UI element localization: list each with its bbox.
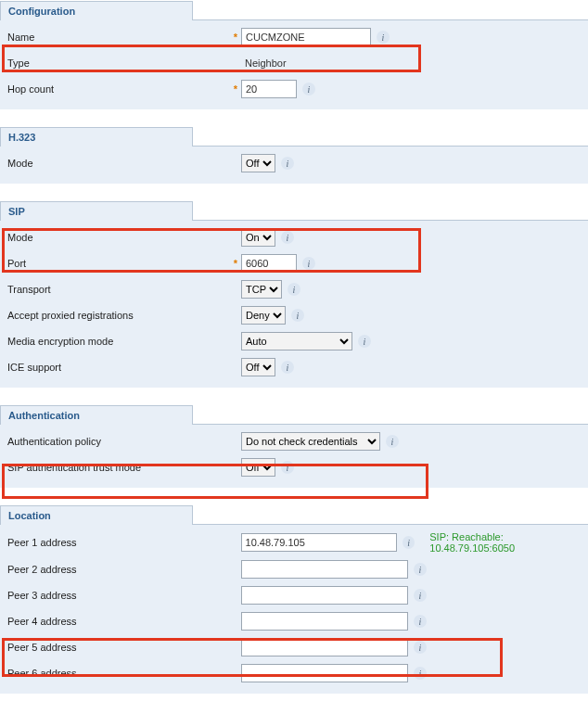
info-icon[interactable]: i bbox=[414, 563, 427, 576]
ice-support-select[interactable]: Off bbox=[241, 358, 275, 376]
section-title-location: Location bbox=[0, 505, 193, 525]
required-marker: * bbox=[230, 258, 237, 269]
media-encryption-select[interactable]: Auto bbox=[241, 332, 352, 350]
hop-count-input[interactable] bbox=[241, 80, 297, 98]
peer1-input[interactable] bbox=[241, 533, 398, 552]
info-icon[interactable]: i bbox=[291, 309, 304, 322]
section-title-h323: H.323 bbox=[0, 127, 193, 147]
peer4-input[interactable] bbox=[241, 612, 408, 631]
info-icon[interactable]: i bbox=[386, 435, 399, 448]
label-sip-transport: Transport bbox=[7, 284, 230, 295]
peer1-status: SIP: Reachable: 10.48.79.105:6050 bbox=[429, 531, 581, 554]
label-peer1: Peer 1 address bbox=[7, 537, 230, 548]
info-icon[interactable]: i bbox=[288, 283, 300, 296]
label-hop-count: Hop count bbox=[7, 83, 230, 95]
label-peer6: Peer 6 address bbox=[7, 668, 230, 679]
info-icon[interactable]: i bbox=[377, 31, 390, 44]
name-input[interactable] bbox=[241, 28, 371, 46]
sip-mode-select[interactable]: On bbox=[241, 228, 275, 247]
section-location: Location Peer 1 address i SIP: Reachable… bbox=[0, 504, 588, 694]
label-name: Name bbox=[7, 32, 230, 43]
info-icon[interactable]: i bbox=[414, 589, 427, 602]
label-auth-trust: SIP authentication trust mode bbox=[7, 462, 230, 473]
peer6-input[interactable] bbox=[241, 664, 408, 682]
accept-proxied-select[interactable]: Deny bbox=[241, 306, 286, 325]
peer3-input[interactable] bbox=[241, 586, 408, 605]
h323-mode-select[interactable]: Off bbox=[241, 154, 275, 172]
info-icon[interactable]: i bbox=[281, 361, 294, 374]
label-accept-proxied: Accept proxied registrations bbox=[7, 310, 230, 321]
section-configuration: Configuration Name * i Type Neighbor Hop… bbox=[0, 0, 588, 109]
label-peer2: Peer 2 address bbox=[7, 564, 230, 575]
label-sip-mode: Mode bbox=[7, 232, 230, 243]
label-ice-support: ICE support bbox=[7, 362, 230, 373]
label-peer4: Peer 4 address bbox=[7, 616, 230, 627]
info-icon[interactable]: i bbox=[358, 335, 371, 348]
section-sip: SIP Mode On i Port * i Transport bbox=[0, 200, 588, 388]
section-authentication: Authentication Authentication policy Do … bbox=[0, 404, 588, 488]
section-h323: H.323 Mode Off i bbox=[0, 126, 588, 184]
label-auth-policy: Authentication policy bbox=[7, 436, 230, 447]
label-peer5: Peer 5 address bbox=[7, 642, 230, 653]
info-icon[interactable]: i bbox=[281, 231, 294, 244]
label-sip-port: Port bbox=[7, 258, 230, 269]
label-type: Type bbox=[7, 57, 230, 69]
section-title-sip: SIP bbox=[0, 201, 193, 221]
required-marker: * bbox=[230, 83, 237, 95]
label-peer3: Peer 3 address bbox=[7, 590, 230, 601]
sip-port-input[interactable] bbox=[241, 254, 297, 273]
section-title-authentication: Authentication bbox=[0, 405, 193, 425]
auth-trust-select[interactable]: Off bbox=[241, 458, 275, 477]
peer2-input[interactable] bbox=[241, 560, 408, 579]
info-icon[interactable]: i bbox=[403, 536, 415, 549]
peer5-input[interactable] bbox=[241, 638, 408, 656]
info-icon[interactable]: i bbox=[414, 667, 427, 680]
label-h323-mode: Mode bbox=[7, 158, 230, 169]
required-marker: * bbox=[230, 32, 237, 43]
auth-policy-select[interactable]: Do not check credentials bbox=[241, 432, 380, 451]
info-icon[interactable]: i bbox=[281, 461, 294, 474]
info-icon[interactable]: i bbox=[414, 615, 427, 628]
info-icon[interactable]: i bbox=[302, 257, 315, 270]
info-icon[interactable]: i bbox=[414, 641, 427, 654]
info-icon[interactable]: i bbox=[302, 83, 315, 96]
type-value: Neighbor bbox=[241, 57, 287, 69]
info-icon[interactable]: i bbox=[281, 157, 294, 170]
sip-transport-select[interactable]: TCP bbox=[241, 280, 282, 299]
label-media-encryption: Media encryption mode bbox=[7, 336, 230, 347]
section-title-configuration: Configuration bbox=[0, 1, 193, 20]
